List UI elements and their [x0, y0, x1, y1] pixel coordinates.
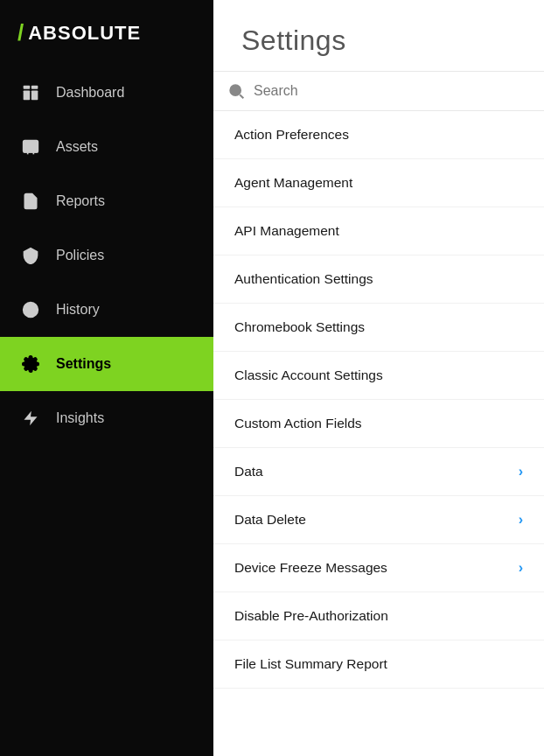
logo-area: / ABSOLUTE: [0, 0, 213, 66]
history-icon: [21, 300, 40, 319]
page-title-area: Settings: [213, 0, 544, 71]
settings-item-label: Disable Pre-Authorization: [234, 608, 388, 624]
sidebar-item-settings[interactable]: Settings: [0, 337, 213, 391]
svg-rect-1: [31, 86, 38, 89]
settings-item-label: API Management: [234, 223, 339, 239]
svg-rect-4: [24, 141, 38, 152]
settings-icon: [21, 354, 40, 374]
search-icon: [227, 82, 245, 100]
settings-item-label: File List Summary Report: [234, 656, 387, 672]
settings-list-item[interactable]: Chromebook Settings: [213, 304, 544, 352]
settings-list-item[interactable]: Disable Pre-Authorization: [213, 592, 544, 640]
sidebar-item-history[interactable]: History: [0, 283, 213, 337]
sidebar-item-policies[interactable]: Policies: [0, 228, 213, 283]
settings-item-label: Data: [234, 464, 263, 480]
sidebar: / ABSOLUTE Dashboard: [0, 0, 213, 756]
settings-list-wrap: Action PreferencesAgent ManagementAPI Ma…: [213, 111, 544, 756]
settings-item-label: Classic Account Settings: [234, 368, 383, 383]
page-title: Settings: [241, 24, 516, 57]
settings-item-label: Device Freeze Messages: [234, 560, 387, 576]
svg-rect-2: [24, 91, 31, 101]
settings-list-item[interactable]: Device Freeze Messages›: [213, 544, 544, 592]
sidebar-item-reports[interactable]: Reports: [0, 174, 213, 228]
assets-icon: [21, 137, 40, 157]
settings-item-label: Agent Management: [234, 175, 352, 191]
settings-list-item[interactable]: Agent Management: [213, 159, 544, 207]
settings-list-item[interactable]: Data›: [213, 448, 544, 496]
settings-list-item[interactable]: Custom Action Fields: [213, 400, 544, 448]
svg-marker-12: [24, 411, 38, 426]
svg-point-13: [230, 85, 241, 95]
settings-list-item[interactable]: API Management: [213, 207, 544, 256]
sidebar-item-dashboard-label: Dashboard: [56, 85, 124, 101]
svg-rect-0: [24, 86, 31, 89]
sidebar-item-insights-label: Insights: [56, 410, 104, 426]
svg-line-14: [240, 94, 243, 98]
svg-rect-3: [31, 91, 38, 101]
sidebar-item-reports-label: Reports: [56, 193, 105, 209]
chevron-right-icon: ›: [519, 560, 523, 576]
settings-item-label: Data Delete: [234, 512, 306, 528]
sidebar-item-assets-label: Assets: [56, 139, 98, 155]
settings-list-item[interactable]: Classic Account Settings: [213, 352, 544, 400]
settings-item-label: Custom Action Fields: [234, 416, 362, 431]
search-area: [213, 71, 544, 111]
policies-icon: [21, 246, 40, 265]
dashboard-icon: [21, 83, 40, 102]
main-content: Settings Action PreferencesAgent Managem…: [213, 0, 544, 756]
insights-icon: [21, 409, 40, 428]
sidebar-item-settings-label: Settings: [56, 356, 111, 372]
sidebar-item-dashboard[interactable]: Dashboard: [0, 66, 213, 120]
settings-item-label: Chromebook Settings: [234, 319, 365, 335]
search-input[interactable]: [254, 83, 530, 99]
settings-item-label: Authentication Settings: [234, 271, 373, 287]
sidebar-nav: Dashboard Assets: [0, 66, 213, 756]
settings-list-item[interactable]: Action Preferences: [213, 111, 544, 159]
settings-list-item[interactable]: Data Delete›: [213, 496, 544, 544]
settings-list: Action PreferencesAgent ManagementAPI Ma…: [213, 111, 544, 689]
chevron-right-icon: ›: [519, 464, 523, 480]
settings-list-item[interactable]: File List Summary Report: [213, 640, 544, 689]
settings-item-label: Action Preferences: [234, 127, 349, 143]
settings-list-item[interactable]: Authentication Settings: [213, 256, 544, 304]
sidebar-item-history-label: History: [56, 302, 100, 318]
sidebar-item-assets[interactable]: Assets: [0, 120, 213, 174]
sidebar-item-insights[interactable]: Insights: [0, 391, 213, 445]
sidebar-item-policies-label: Policies: [56, 248, 104, 263]
chevron-right-icon: ›: [519, 512, 523, 528]
logo: / ABSOLUTE: [17, 19, 141, 46]
logo-slash: /: [17, 19, 24, 46]
reports-icon: [21, 192, 40, 211]
logo-text: ABSOLUTE: [28, 22, 141, 45]
